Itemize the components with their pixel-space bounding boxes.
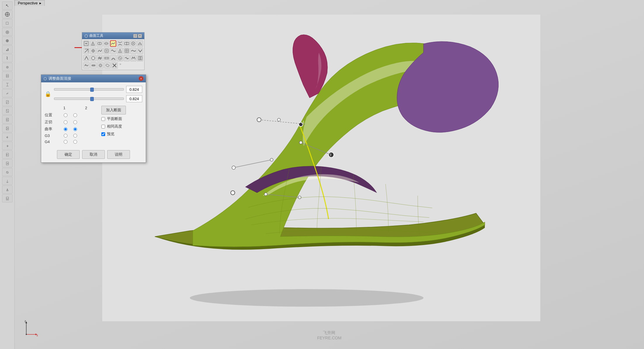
tool-icon-1-7[interactable]	[124, 40, 130, 47]
radio-tangent-2[interactable]	[73, 120, 77, 124]
tool-icon-3-6[interactable]	[117, 55, 123, 61]
tool-icon-1-5[interactable]	[110, 40, 116, 47]
checkbox-flat-section[interactable]: 平面断面	[101, 116, 142, 121]
perspective-tab[interactable]: Perspective ▸	[15, 0, 45, 6]
toolbar-btn-7[interactable]: ⌇	[2, 54, 13, 62]
dialog-close-btn[interactable]: ×	[139, 76, 143, 81]
add-section-button[interactable]: 加入断面	[101, 106, 126, 114]
toolbar-btn-20[interactable]: ⍉	[2, 168, 13, 176]
tool-icon-3-8[interactable]	[130, 55, 136, 61]
tool-icon-3-3[interactable]	[97, 55, 103, 61]
toolbar-btn-2[interactable]	[2, 10, 13, 18]
surface-toolbar-title[interactable]: ⬡ 曲面工具 ☆ ×	[82, 32, 144, 39]
radio-curvature-2[interactable]	[73, 127, 77, 131]
tool-icon-2-4[interactable]	[103, 48, 110, 54]
tool-icon-2-8[interactable]	[130, 48, 136, 54]
tool-icon-3-7[interactable]	[124, 55, 130, 61]
slider-track-1[interactable]	[54, 88, 124, 91]
svg-point-11	[277, 118, 280, 121]
toolbar-btn-23[interactable]: ⍌	[2, 194, 13, 202]
tool-icon-2-5[interactable]	[110, 48, 116, 54]
tool-icon-3-5[interactable]	[110, 55, 116, 61]
tool-icon-4-4[interactable]	[104, 62, 111, 69]
toolbar-btn-4[interactable]: ◎	[2, 28, 13, 36]
toolbar-btn-5[interactable]: ⊕	[2, 37, 13, 45]
radio-g4-1[interactable]	[64, 140, 67, 144]
radio-group-g3	[59, 134, 97, 138]
slider-value-1[interactable]: 0.824	[126, 86, 142, 93]
tool-icon-1-9[interactable]	[137, 40, 143, 47]
tool-icon-1-6[interactable]	[117, 40, 123, 47]
radio-position-1[interactable]	[64, 113, 67, 117]
svg-point-15	[232, 166, 235, 169]
toolbar-btn-8[interactable]: ⌾	[2, 63, 13, 71]
slider-value-2[interactable]: 0.824	[126, 95, 142, 102]
toolbar-settings-btn[interactable]: ☆	[133, 34, 137, 38]
flat-section-label: 平面断面	[107, 116, 122, 121]
radio-curvature-1[interactable]	[64, 127, 67, 131]
perspective-marker: ▸	[39, 1, 41, 5]
radio-tangent-1[interactable]	[64, 120, 67, 124]
slider-thumb-2[interactable]	[90, 97, 94, 101]
flat-section-checkbox[interactable]	[101, 117, 105, 121]
svg-point-5	[299, 122, 303, 126]
toolbar-btn-14[interactable]: ⍃	[2, 115, 13, 124]
toolbar-btn-18[interactable]: ⍇	[2, 150, 13, 159]
radio-g3-2[interactable]	[73, 134, 77, 138]
help-button[interactable]: 说明	[107, 150, 130, 159]
checkbox-preview[interactable]: 预览	[101, 131, 142, 137]
lock-icon[interactable]: 🔒	[45, 91, 51, 97]
tool-icon-4-3[interactable]	[97, 62, 104, 69]
watermark-line1: 飞旁网	[317, 330, 341, 336]
tool-icon-2-2[interactable]	[90, 48, 96, 54]
checkbox-same-height[interactable]: 相同高度	[101, 124, 142, 129]
viewport: Perspective ▸ 1	[15, 0, 644, 349]
toolbar-btn-19[interactable]: ⍈	[2, 159, 13, 167]
tool-icon-1-2[interactable]	[90, 40, 96, 47]
tool-icon-4-5[interactable]	[111, 62, 118, 69]
tool-icon-2-9[interactable]	[137, 48, 143, 54]
toolbar-btn-15[interactable]: ⍄	[2, 124, 13, 132]
tool-icon-2-3[interactable]	[97, 48, 103, 54]
toolbar-btn-22[interactable]: ⍋	[2, 185, 13, 194]
toolbar-close-btn[interactable]: ×	[138, 34, 142, 38]
toolbar-btn-13[interactable]: ⍂	[2, 107, 13, 115]
tool-icon-2-1[interactable]	[83, 48, 89, 54]
blend-dialog-title[interactable]: ⬡ 调整曲面混接 ×	[41, 75, 146, 82]
tool-icon-4-2[interactable]	[90, 62, 97, 69]
tool-icon-2-6[interactable]	[117, 48, 123, 54]
cancel-button[interactable]: 取消	[82, 150, 105, 159]
radio-g3-1[interactable]	[64, 134, 67, 138]
slider-track-2[interactable]	[54, 98, 124, 100]
tool-icon-3-1[interactable]	[83, 55, 89, 61]
tool-icon-3-4[interactable]	[103, 55, 110, 61]
tool-icon-2-7[interactable]	[124, 48, 130, 54]
tool-icon-1-4[interactable]	[103, 40, 110, 47]
blend-dialog: ⬡ 调整曲面混接 × 🔒 0.824	[41, 74, 146, 163]
slider-thumb-1[interactable]	[90, 88, 94, 92]
svg-rect-39	[106, 50, 107, 52]
toolbar-btn-9[interactable]: ⌸	[2, 72, 13, 80]
preview-label: 预览	[107, 131, 114, 137]
same-height-checkbox[interactable]	[101, 125, 105, 129]
confirm-button[interactable]: 确定	[57, 150, 80, 159]
radio-position-2[interactable]	[73, 113, 77, 117]
toolbar-btn-17[interactable]: ⍆	[2, 142, 13, 150]
toolbar-btn-3[interactable]: □	[2, 19, 13, 27]
tool-icon-1-8[interactable]	[130, 40, 136, 47]
toolbar-btn-21[interactable]: ⍊	[2, 177, 13, 185]
preview-checkbox[interactable]	[101, 132, 105, 136]
tool-icon-4-1[interactable]	[83, 62, 90, 69]
toolbar-btn-1[interactable]: ↖	[2, 1, 13, 10]
radio-g4-2[interactable]	[73, 140, 77, 144]
toolbar-btn-12[interactable]: ⍁	[2, 98, 13, 106]
toolbar-btn-10[interactable]: ⌶	[2, 80, 13, 88]
toolbar-btn-6[interactable]: ⊿	[2, 45, 13, 53]
radio-group-position	[59, 113, 97, 117]
tool-icon-3-2[interactable]	[90, 55, 96, 61]
toolbar-btn-16[interactable]: ⍅	[2, 133, 13, 141]
tool-icon-1-1[interactable]	[83, 40, 89, 47]
toolbar-btn-11[interactable]: ⌿	[2, 89, 13, 97]
tool-icon-1-3[interactable]	[97, 40, 103, 47]
tool-icon-3-9[interactable]	[137, 55, 143, 61]
